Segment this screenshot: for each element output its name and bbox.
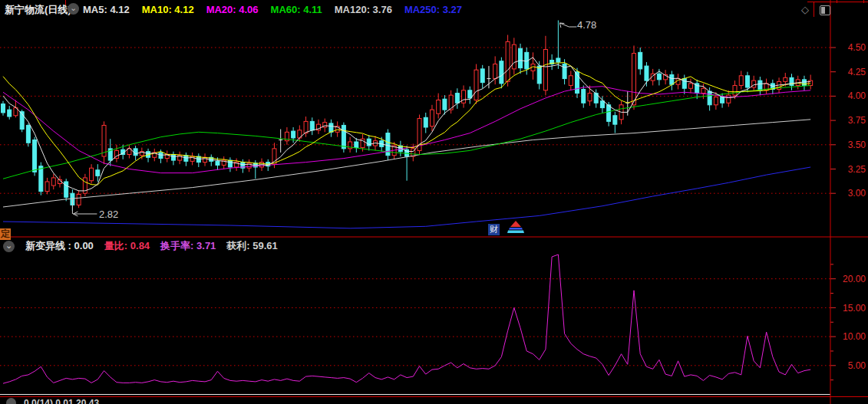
ma20-label: MA20: 4.06 <box>206 4 259 15</box>
sub-indicator-header: ⌄ 新变异线 : 0.00 量比: 0.84 换手率: 3.71 获利: 59.… <box>3 239 278 253</box>
low-price-annotation: 2.82 <box>99 209 118 220</box>
collapse-next-panel-icon[interactable] <box>6 398 16 404</box>
price-tick-450: 4.50 <box>830 42 866 53</box>
price-tick-325: 3.25 <box>830 164 866 175</box>
high-price-annotation: 4.78 <box>577 19 596 31</box>
ma120-label: MA120: 3.76 <box>335 4 392 15</box>
price-tick-300: 3.00 <box>830 188 866 199</box>
stock-title: 新宁物流(日线) <box>5 3 71 17</box>
profit-ratio-value: 获利: 59.61 <box>226 239 277 253</box>
ma60-label: MA60: 4.11 <box>271 4 322 15</box>
sub-tick-15: 15.00 <box>830 303 866 314</box>
sub-tick-10: 10.00 <box>830 331 866 342</box>
volume-ratio-value: 量比: 0.84 <box>104 239 150 253</box>
collapse-sub-chart-icon[interactable]: ⌄ <box>3 241 15 252</box>
trading-app-window: { "window": { "title": "新宁物流(日线)" }, "he… <box>0 0 868 404</box>
collapse-main-chart-icon[interactable]: ⌄ <box>68 3 79 15</box>
ding-tag-badge[interactable]: 定 <box>0 228 11 240</box>
price-tick-350: 3.50 <box>830 140 866 150</box>
sub-tick-5: 5.00 <box>830 360 866 371</box>
ma5-label: MA5: 4.12 <box>83 4 130 15</box>
ma250-label: MA250: 3.27 <box>404 4 462 15</box>
indicator-name-value: 新变异线 : 0.00 <box>25 239 94 253</box>
chart-canvas[interactable] <box>0 0 868 404</box>
price-tick-400: 4.00 <box>830 90 866 101</box>
sub-tick-20: 20.00 <box>830 274 866 284</box>
diamond-marker-icon[interactable]: ◇ <box>801 4 809 15</box>
price-tick-425: 4.25 <box>830 67 866 77</box>
next-panel-text: 0.0(14) 0.01 20.43 <box>24 398 99 404</box>
ma-legend: MA5: 4.12 MA10: 4.12 MA20: 4.06 MA60: 4.… <box>83 4 462 15</box>
finance-cai-badge[interactable]: 财 <box>488 224 500 235</box>
next-panel-clipped-header: 0.0(14) 0.01 20.43 <box>0 398 99 404</box>
turnover-rate-value: 换手率: 3.71 <box>160 239 216 253</box>
panel-layout-fill <box>821 7 825 14</box>
panel-layout-icon[interactable] <box>820 5 830 15</box>
ma10-label: MA10: 4.12 <box>142 4 194 15</box>
price-tick-375: 3.75 <box>830 115 866 126</box>
